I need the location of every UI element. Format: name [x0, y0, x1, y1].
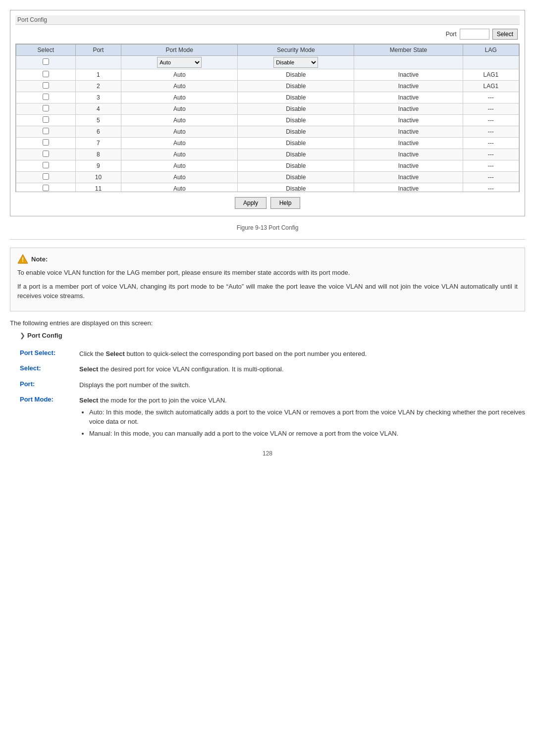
- screen-description: The following entries are displayed on t…: [10, 319, 525, 327]
- row-securityMode: Disable: [238, 172, 354, 183]
- row-checkbox[interactable]: [43, 71, 49, 77]
- row-portMode: Auto: [121, 81, 238, 92]
- table-body: 1AutoDisableInactiveLAG12AutoDisableInac…: [16, 69, 519, 193]
- port-input[interactable]: [460, 29, 489, 40]
- row-memberState: Inactive: [354, 138, 463, 149]
- row-port: 8: [75, 149, 121, 160]
- port-config-title: Port Config: [15, 15, 520, 25]
- row-securityMode: Disable: [238, 115, 354, 126]
- row-memberState: Inactive: [354, 172, 463, 183]
- row-checkbox[interactable]: [43, 162, 49, 168]
- help-button[interactable]: Help: [270, 197, 300, 209]
- table-row: 4AutoDisableInactive---: [16, 103, 519, 115]
- row-memberState: Inactive: [354, 126, 463, 138]
- row-checkbox[interactable]: [43, 139, 49, 146]
- row-memberState: Inactive: [354, 92, 463, 103]
- row-portMode: Auto: [121, 160, 238, 172]
- row-checkbox[interactable]: [43, 105, 49, 111]
- entry-item: Port Mode:Select the mode for the port t…: [20, 396, 525, 440]
- note-paragraph-2: If a port is a member port of voice VLAN…: [17, 282, 518, 301]
- apply-button[interactable]: Apply: [235, 197, 267, 209]
- row-portMode: Auto: [121, 138, 238, 149]
- row-port: 5: [75, 115, 121, 126]
- row-checkbox[interactable]: [43, 94, 49, 100]
- divider-1: [10, 239, 525, 240]
- row-checkbox-cell: [16, 103, 76, 115]
- table-row: 5AutoDisableInactive---: [16, 115, 519, 126]
- row-port: 1: [75, 69, 121, 81]
- row-portMode: Auto: [121, 103, 238, 115]
- row-checkbox-cell: [16, 160, 76, 172]
- row-lag: ---: [463, 115, 519, 126]
- table-row: 7AutoDisableInactive---: [16, 138, 519, 149]
- entry-label: Port Select:: [20, 349, 69, 359]
- entry-description: Select the mode for the port to join the…: [79, 396, 525, 440]
- table-row: 11AutoDisableInactive---: [16, 183, 519, 193]
- table-row: 10AutoDisableInactive---: [16, 172, 519, 183]
- port-select-button[interactable]: Select: [492, 29, 518, 40]
- warning-svg: !: [17, 254, 28, 264]
- row-port: 3: [75, 92, 121, 103]
- row-checkbox[interactable]: [43, 116, 49, 123]
- row-portMode: Auto: [121, 69, 238, 81]
- row-lag: ---: [463, 138, 519, 149]
- row-memberState: Inactive: [354, 103, 463, 115]
- row-portMode: Auto: [121, 172, 238, 183]
- table-row: 1AutoDisableInactiveLAG1: [16, 69, 519, 81]
- page-number: 128: [10, 450, 525, 457]
- port-config-section: Port Config Port Select Select Port Port…: [10, 10, 525, 216]
- row-port: 10: [75, 172, 121, 183]
- entry-list: ❯ Port Config Port Select:Click the Sele…: [20, 332, 525, 441]
- row-lag: ---: [463, 172, 519, 183]
- select-all-checkbox[interactable]: [43, 58, 49, 65]
- row-portMode: Auto: [121, 183, 238, 193]
- filter-port-cell: [75, 56, 121, 69]
- row-checkbox-cell: [16, 183, 76, 193]
- row-checkbox[interactable]: [43, 185, 49, 191]
- note-box: ! Note: To enable voice VLAN function fo…: [10, 248, 525, 311]
- row-securityMode: Disable: [238, 103, 354, 115]
- entry-description: Select the desired port for voice VLAN c…: [79, 364, 525, 374]
- entry-item: Port Select:Click the Select button to q…: [20, 349, 525, 359]
- filter-member-state-cell: [354, 56, 463, 69]
- row-securityMode: Disable: [238, 183, 354, 193]
- table-header-row: Select Port Port Mode Security Mode Memb…: [16, 45, 519, 56]
- row-checkbox[interactable]: [43, 128, 49, 134]
- row-lag: LAG1: [463, 69, 519, 81]
- row-port: 11: [75, 183, 121, 193]
- row-memberState: Inactive: [354, 69, 463, 81]
- row-memberState: Inactive: [354, 115, 463, 126]
- row-checkbox[interactable]: [43, 173, 49, 180]
- col-port: Port: [75, 45, 121, 56]
- entry-bullet-item: Auto: In this mode, the switch automatic…: [89, 407, 525, 427]
- row-memberState: Inactive: [354, 81, 463, 92]
- port-label: Port: [446, 31, 457, 38]
- row-lag: ---: [463, 126, 519, 138]
- filter-lag-cell: [463, 56, 519, 69]
- entry-item: Select:Select the desired port for voice…: [20, 364, 525, 374]
- row-port: 2: [75, 81, 121, 92]
- svg-text:!: !: [22, 256, 24, 263]
- entry-label: Select:: [20, 364, 69, 374]
- row-checkbox-cell: [16, 149, 76, 160]
- row-checkbox[interactable]: [43, 151, 49, 157]
- port-mode-filter[interactable]: Auto Manual Disable: [157, 57, 202, 68]
- filter-row: Auto Manual Disable Disable Enable: [16, 56, 519, 69]
- row-securityMode: Disable: [238, 69, 354, 81]
- row-checkbox-cell: [16, 92, 76, 103]
- row-checkbox-cell: [16, 172, 76, 183]
- table-row: 8AutoDisableInactive---: [16, 149, 519, 160]
- note-title: ! Note:: [17, 254, 518, 264]
- arrow-icon: ❯: [20, 332, 25, 339]
- row-port: 7: [75, 138, 121, 149]
- row-securityMode: Disable: [238, 138, 354, 149]
- row-checkbox[interactable]: [43, 82, 49, 89]
- filter-port-mode-cell: Auto Manual Disable: [121, 56, 238, 69]
- entry-description: Displays the port number of the switch.: [79, 380, 525, 390]
- table-row: 2AutoDisableInactiveLAG1: [16, 81, 519, 92]
- entry-bullet-list: Auto: In this mode, the switch automatic…: [89, 407, 525, 439]
- warning-icon: !: [17, 254, 28, 264]
- row-securityMode: Disable: [238, 160, 354, 172]
- security-mode-filter[interactable]: Disable Enable: [273, 57, 318, 68]
- row-lag: LAG1: [463, 81, 519, 92]
